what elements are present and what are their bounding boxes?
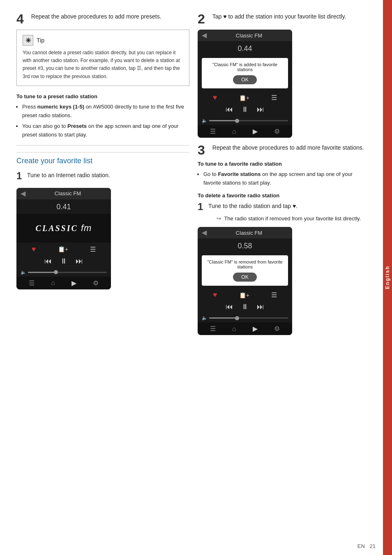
radio-transport-2: ⏮ ⏸ ⏭ — [198, 104, 292, 116]
pause-btn-1[interactable]: ⏸ — [60, 257, 67, 266]
playlist-icon-3[interactable]: ☰ — [271, 291, 277, 299]
tune-fav-heading: To tune to a favorite radio station — [198, 161, 371, 167]
tune-fav-list: Go to Favorite stations on the app scree… — [198, 170, 371, 187]
step-1: 1 Tune to an Internet radio station. — [16, 171, 189, 184]
tip-label: Tip — [37, 37, 44, 44]
home-icon-2[interactable]: ⌂ — [232, 128, 236, 135]
vol-track-1[interactable] — [28, 272, 107, 273]
radio-dialog-text-2: "Classic FM" is added to favorite statio… — [207, 62, 283, 72]
delete-step-1-content: Tune to the radio station and tap ♥. ↪ T… — [208, 202, 361, 223]
home-icon-3[interactable]: ⌂ — [232, 325, 236, 333]
radio-station-name-2: Classic FM — [210, 32, 288, 39]
page-footer: EN 21 — [357, 543, 376, 549]
gear-icon-2[interactable]: ⚙ — [274, 127, 280, 135]
heart-icon-1[interactable]: ♥ — [32, 245, 36, 254]
radio-bottom-bar-1: ☰ ⌂ ▶ ⚙ — [16, 277, 111, 289]
next-btn-1[interactable]: ⏭ — [76, 257, 83, 266]
step-4-number: 4 — [16, 12, 24, 25]
radio-freq-1: 0.41 — [16, 199, 111, 214]
radio-ui-3: ◀ Classic FM 0.58 "Classic FM" is remove… — [198, 227, 292, 335]
radio-top-bar-1: ◀ Classic FM — [16, 188, 111, 199]
prev-btn-1[interactable]: ⏮ — [44, 257, 52, 266]
gear-icon-3[interactable]: ⚙ — [274, 325, 280, 333]
radio-dialog-2: "Classic FM" is added to favorite statio… — [202, 58, 288, 88]
radio-back-icon-2[interactable]: ◀ — [202, 32, 207, 39]
playlist-icon-1[interactable]: ☰ — [90, 245, 96, 253]
radio-back-icon-1[interactable]: ◀ — [21, 190, 25, 197]
language-tab: English — [383, 0, 392, 555]
radio-transport-3: ⏮ ⏸ ⏭ — [198, 301, 292, 314]
radio-ui-1: ◀ Classic FM 0.41 CLASSIC fm ♥ 📋+ ☰ — [16, 188, 111, 289]
playlist-add-icon-3[interactable]: 📋+ — [239, 292, 249, 298]
step-2: 2 Tap ♥ to add the station into your fav… — [198, 12, 371, 25]
vol-icon-2: 🔈 — [202, 118, 208, 123]
next-btn-3[interactable]: ⏭ — [257, 303, 264, 311]
radio-bottom-bar-3: ☰ ⌂ ▶ ⚙ — [198, 322, 292, 335]
delete-step-1: 1 Tune to the radio station and tap ♥. ↪… — [198, 202, 371, 223]
vol-fill-1 — [28, 272, 55, 273]
step-2-text: Tap ♥ to add the station into your favor… — [212, 12, 346, 21]
step-4: 4 Repeat the above procedures to add mor… — [16, 12, 189, 25]
radio-ok-btn-3[interactable]: OK — [233, 273, 256, 282]
gear-icon-1[interactable]: ⚙ — [93, 279, 99, 287]
step-3-text: Repeat the above procedures to add more … — [212, 143, 364, 152]
radio-bottom-bar-2: ☰ ⌂ ▶ ⚙ — [198, 125, 292, 138]
volume-row-1: 🔈 — [16, 268, 111, 277]
playlist-icon-2[interactable]: ☰ — [271, 94, 277, 102]
play-icon-3[interactable]: ▶ — [253, 325, 258, 333]
vol-fill-3 — [209, 317, 237, 319]
radio-freq-2: 0.44 — [198, 41, 292, 56]
tune-preset-heading: To tune to a preset radio station — [16, 93, 189, 99]
queue-icon-2[interactable]: ☰ — [210, 127, 216, 135]
next-btn-2[interactable]: ⏭ — [257, 105, 264, 114]
delete-step-1-number: 1 — [198, 202, 205, 212]
radio-transport-1: ⏮ ⏸ ⏭ — [16, 255, 111, 268]
vol-dot-3 — [235, 316, 239, 320]
volume-row-2: 🔈 — [198, 116, 292, 125]
playlist-add-icon-2[interactable]: 📋+ — [239, 95, 249, 101]
left-column: 4 Repeat the above procedures to add mor… — [16, 12, 189, 341]
vol-track-2[interactable] — [209, 120, 288, 121]
volume-row-3: 🔈 — [198, 314, 292, 322]
playlist-add-icon-1[interactable]: 📋+ — [58, 246, 68, 252]
en-label: EN — [357, 543, 365, 549]
pause-btn-3[interactable]: ⏸ — [241, 303, 249, 311]
heart-icon-3[interactable]: ♥ — [213, 291, 217, 299]
delete-step-1-arrow: ↪ The radio station if removed from your… — [208, 215, 361, 223]
tip-header: ✳ Tip — [23, 35, 183, 46]
radio-controls-1: ♥ 📋+ ☰ — [16, 243, 111, 255]
radio-dialog-text-3: "Classic FM" is removed from favorite st… — [207, 259, 283, 269]
play-icon-2[interactable]: ▶ — [253, 127, 258, 135]
section-title: Create your favorite list — [16, 152, 189, 165]
step-3: 3 Repeat the above procedures to add mor… — [198, 143, 371, 157]
tune-fav-item-1: Go to Favorite stations on the app scree… — [203, 170, 371, 187]
home-icon-1[interactable]: ⌂ — [51, 279, 55, 287]
prev-btn-2[interactable]: ⏮ — [226, 105, 233, 114]
vol-track-3[interactable] — [209, 317, 288, 319]
tip-box: ✳ Tip You cannot delete a preset radio s… — [16, 30, 189, 86]
radio-ui-2: ◀ Classic FM 0.44 "Classic FM" is added … — [198, 30, 292, 138]
queue-icon-3[interactable]: ☰ — [210, 325, 216, 333]
radio-station-name-1: Classic FM — [29, 190, 107, 197]
pause-btn-2[interactable]: ⏸ — [241, 105, 249, 114]
tip-body: You cannot delete a preset radio station… — [23, 49, 183, 81]
language-tab-text: English — [385, 266, 390, 289]
classic-fm-logo-1: CLASSIC fm — [36, 223, 92, 234]
radio-back-icon-3[interactable]: ◀ — [202, 229, 207, 236]
step-2-number: 2 — [198, 12, 205, 25]
play-icon-1[interactable]: ▶ — [71, 279, 76, 287]
tip-icon: ✳ — [23, 35, 33, 46]
radio-ok-btn-2[interactable]: OK — [233, 75, 256, 84]
vol-dot-2 — [235, 119, 239, 123]
queue-icon-1[interactable]: ☰ — [29, 279, 35, 287]
section-divider — [16, 145, 189, 146]
radio-freq-3: 0.58 — [198, 238, 292, 253]
heart-icon-2[interactable]: ♥ — [213, 93, 217, 102]
vol-icon-3: 🔈 — [202, 315, 208, 321]
tune-preset-item-1: Press numeric keys (1-5) on AW5000 direc… — [22, 103, 189, 120]
page-number: 21 — [370, 543, 376, 549]
step-1-number: 1 — [16, 171, 24, 181]
radio-top-bar-3: ◀ Classic FM — [198, 227, 292, 238]
prev-btn-3[interactable]: ⏮ — [226, 303, 233, 311]
vol-icon-1: 🔈 — [21, 270, 26, 275]
